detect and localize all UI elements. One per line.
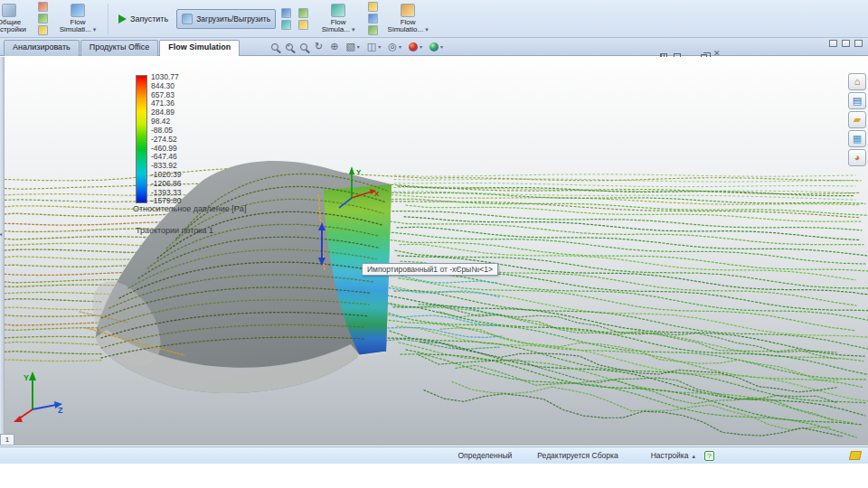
- flow-tool-icon-green-2[interactable]: [298, 8, 308, 18]
- legend-value: -1393.33: [151, 189, 182, 197]
- flow-simulation-button-1[interactable]: Flow Simulati...: [53, 2, 102, 36]
- corner-axis-y-label: Y: [24, 373, 29, 382]
- flow-simulation-button-3[interactable]: Flow Simulatio...: [383, 2, 432, 36]
- help-icon[interactable]: [704, 451, 714, 461]
- flow-simulation-button-2[interactable]: Flow Simula...: [314, 2, 363, 36]
- flow-simulation-icon-1: [71, 4, 85, 17]
- flow-tool-icon-green[interactable]: [38, 14, 48, 23]
- zoom-fit-button[interactable]: [271, 43, 278, 51]
- flow-tool-icon-cyan[interactable]: [281, 20, 291, 30]
- flow-tools-stack-2: [279, 8, 293, 30]
- general-settings-label: Общие настройки: [0, 19, 28, 34]
- tab-flow-simulation[interactable]: Flow Simulation: [159, 40, 240, 56]
- axis-y-label: Y: [356, 168, 362, 176]
- flow-simulation-icon-2: [331, 4, 345, 17]
- appearances-pane-button[interactable]: [848, 149, 866, 166]
- tab-analyze[interactable]: Анализировать: [4, 40, 80, 56]
- corner-axis-z-label: Z: [58, 406, 63, 415]
- status-configuration[interactable]: Настройка: [651, 451, 689, 460]
- flow-simulation-icon-3: [401, 4, 415, 17]
- rotate-view-button[interactable]: ↻: [315, 42, 323, 52]
- legend-value: -88.05: [151, 127, 182, 135]
- legend-value: 471.36: [151, 99, 182, 108]
- load-unload-button[interactable]: Загрузить/Выгрузить: [176, 9, 276, 29]
- panel-toggle-icon-2[interactable]: [842, 40, 850, 47]
- legend-value: -1206.86: [151, 180, 182, 188]
- graphics-area[interactable]: Y X Y Z: [0, 57, 868, 446]
- model-tab-fragment[interactable]: 1: [0, 434, 14, 446]
- axis-x-label: X: [374, 190, 380, 198]
- legend-value: -833.92: [151, 162, 182, 170]
- zoom-fit-icon: [271, 43, 278, 51]
- home-button[interactable]: [848, 73, 866, 90]
- legend-value: 1030.77: [151, 73, 182, 81]
- load-unload-label: Загрузить/Выгрузить: [196, 14, 270, 23]
- flow-simulation-label-3: Flow Simulatio...: [388, 19, 429, 34]
- legend-colorbar: [136, 75, 147, 203]
- panel-toggle-buttons: [829, 40, 863, 47]
- zoom-icon: [300, 43, 307, 51]
- file-explorer-button[interactable]: [848, 111, 866, 128]
- color-legend[interactable]: 1030.77 844.30 657.83 471.36 284.89 98.4…: [136, 75, 182, 205]
- legend-value: 284.89: [151, 108, 182, 117]
- view-cube-icon: ▧: [345, 42, 354, 52]
- panel-toggle-icon-1[interactable]: [829, 40, 837, 47]
- status-state: Определенный: [458, 451, 512, 460]
- flow-simulation-scene[interactable]: Y X Y Z: [0, 57, 868, 446]
- display-style-button[interactable]: ◫: [367, 42, 381, 52]
- status-bar: Определенный Редактируется Сборка Настро…: [0, 446, 868, 464]
- view-orientation-button[interactable]: ▧: [345, 42, 359, 52]
- commandmanager-tabs: Анализировать Продукты Office Flow Simul…: [4, 40, 241, 56]
- configuration-caret-icon[interactable]: [692, 451, 695, 460]
- eye-icon: ◎: [388, 42, 397, 52]
- legend-value: 657.83: [151, 91, 182, 99]
- flow-tool-icon-yellow-3[interactable]: [368, 2, 378, 12]
- appearances-button[interactable]: [409, 42, 422, 52]
- flow-tool-icon-red[interactable]: [38, 2, 48, 12]
- legend-value: 98.42: [151, 117, 182, 126]
- pan-icon: ⊕: [330, 42, 338, 52]
- hide-show-items-button[interactable]: ◎: [388, 42, 401, 52]
- pan-button[interactable]: ⊕: [330, 42, 338, 52]
- scene-ball-icon: [429, 42, 439, 52]
- general-settings-button[interactable]: Общие настройки: [0, 2, 33, 36]
- legend-value: -274.52: [151, 136, 182, 144]
- run-label: Запустить: [130, 14, 168, 23]
- rotate-icon: ↻: [315, 42, 323, 52]
- display-style-icon: ◫: [367, 42, 376, 52]
- commandmanager-tab-row: Анализировать Продукты Office Flow Simul…: [0, 38, 868, 56]
- panel-toggle-icon-3[interactable]: [854, 40, 863, 47]
- quick-tip-icon[interactable]: [849, 451, 862, 460]
- load-unload-icon: [182, 14, 193, 24]
- zoom-area-icon: [286, 43, 293, 51]
- heads-up-view-toolbar: ↻ ⊕ ▧ ◫ ◎: [271, 42, 443, 52]
- left-panel-splitter[interactable]: [0, 57, 5, 446]
- flow-simulation-label-1: Flow Simulati...: [58, 19, 98, 34]
- tab-office-products[interactable]: Продукты Office: [80, 40, 159, 56]
- component-tooltip: Импортированный1 от -хЄры№<1>: [362, 263, 498, 276]
- legend-value: 844.30: [151, 82, 182, 90]
- flow-tool-icon-green-3[interactable]: [368, 25, 378, 35]
- ribbon-separator: [108, 4, 108, 34]
- appearance-ball-icon: [409, 42, 418, 52]
- run-button[interactable]: Запустить: [114, 13, 173, 25]
- general-settings-icon: [2, 4, 16, 17]
- flow-tool-icon-blue-2[interactable]: [368, 14, 378, 23]
- task-pane-toolbar: [848, 73, 866, 166]
- design-library-button[interactable]: [848, 92, 866, 109]
- flow-tool-icon-blue[interactable]: [281, 8, 291, 18]
- flow-tools-stack-1: [36, 2, 50, 35]
- flow-tool-icon-yellow-2[interactable]: [298, 20, 308, 30]
- legend-values: 1030.77 844.30 657.83 471.36 284.89 98.4…: [151, 73, 182, 205]
- legend-title: Относительное давление [Pa]: [133, 204, 246, 213]
- status-edit-mode: Редактируется Сборка: [537, 451, 618, 460]
- scene-button[interactable]: [429, 42, 443, 52]
- run-icon: [118, 14, 127, 23]
- flow-tools-stack-4: [366, 2, 380, 35]
- flow-tool-icon-yellow[interactable]: [38, 25, 48, 35]
- view-palette-button[interactable]: [848, 130, 866, 147]
- flow-tools-stack-3: [297, 8, 310, 30]
- zoom-button[interactable]: [300, 43, 307, 51]
- zoom-area-button[interactable]: [286, 43, 293, 51]
- flow-simulation-label-2: Flow Simula...: [318, 19, 358, 34]
